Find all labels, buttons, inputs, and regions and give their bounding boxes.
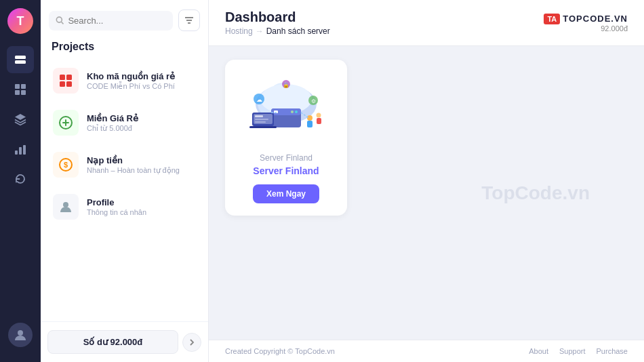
svg-line-11 bbox=[61, 22, 63, 24]
svg-point-41 bbox=[317, 113, 321, 118]
search-icon bbox=[56, 16, 64, 25]
logo-text: TOPCODE.VN bbox=[563, 14, 628, 24]
svg-text:🔒: 🔒 bbox=[283, 81, 289, 88]
nav-item-grid[interactable] bbox=[7, 76, 34, 103]
logo-badge: TA bbox=[544, 14, 560, 24]
sidebar-item-kho-ma-text: Kho mã nguồn giá rẻ CODE Miễn Phí vs Có … bbox=[87, 71, 175, 91]
filter-button[interactable] bbox=[178, 9, 200, 31]
nav-user-avatar[interactable] bbox=[8, 323, 33, 347]
svg-rect-18 bbox=[66, 81, 72, 87]
nav-item-chart[interactable] bbox=[7, 136, 34, 163]
svg-rect-42 bbox=[317, 118, 321, 124]
topbar-left: Dashboard Hosting → Danh sách server bbox=[225, 9, 330, 36]
search-box[interactable] bbox=[49, 11, 173, 31]
chevron-right-icon bbox=[188, 338, 196, 346]
svg-point-9 bbox=[18, 330, 23, 336]
topcode-logo: TA TOPCODE.VN 92.000đ bbox=[544, 14, 628, 33]
svg-rect-5 bbox=[21, 90, 26, 95]
sidebar-item-profile-text: Profile Thông tin cá nhân bbox=[87, 197, 146, 216]
svg-text:☁: ☁ bbox=[256, 96, 262, 103]
filter-icon bbox=[184, 16, 194, 24]
topbar-balance: 92.000đ bbox=[601, 24, 628, 33]
page-title: Dashboard bbox=[225, 9, 330, 25]
svg-text:⚙: ⚙ bbox=[311, 98, 316, 104]
sidebar-item-nap-tien-text: Nạp tiền Nhanh – Hoàn toàn tự động bbox=[87, 155, 180, 175]
server-card-image: ☁ ⚙ 🔒 bbox=[239, 71, 334, 145]
sidebar: Projects Kho mã nguồn giá rẻ CODE Miễn P… bbox=[41, 0, 209, 362]
main-content: Dashboard Hosting → Danh sách server TA … bbox=[209, 0, 644, 362]
topbar-right: TA TOPCODE.VN 92.000đ bbox=[544, 14, 628, 33]
svg-rect-17 bbox=[60, 81, 65, 87]
svg-rect-6 bbox=[15, 150, 18, 155]
footer-link-purchase[interactable]: Purchase bbox=[597, 347, 628, 355]
sidebar-item-kho-ma[interactable]: Kho mã nguồn giá rẻ CODE Miễn Phí vs Có … bbox=[46, 61, 203, 100]
svg-rect-36 bbox=[255, 119, 268, 120]
breadcrumb-hosting[interactable]: Hosting bbox=[225, 26, 253, 36]
sidebar-item-nap-tien-icon: $ bbox=[53, 152, 79, 178]
svg-rect-4 bbox=[15, 90, 20, 95]
sidebar-item-nap-tien[interactable]: $ Nạp tiền Nhanh – Hoàn toàn tự động bbox=[46, 145, 203, 184]
svg-rect-8 bbox=[23, 145, 26, 155]
svg-rect-3 bbox=[21, 84, 26, 89]
balance-button[interactable]: Số dư 92.000đ bbox=[47, 330, 178, 354]
server-card-subtitle: Server Finland bbox=[260, 153, 313, 163]
svg-rect-40 bbox=[307, 121, 313, 127]
footer-copyright: Created Copyright © TopCode.vn bbox=[225, 347, 335, 355]
sidebar-item-mien-gia-re[interactable]: Miền Giá Rẻ Chỉ từ 5.000đ bbox=[46, 103, 203, 142]
xem-ngay-button[interactable]: Xem Ngay bbox=[253, 184, 319, 203]
sidebar-footer: Số dư 92.000đ bbox=[41, 321, 208, 362]
svg-rect-1 bbox=[15, 60, 26, 64]
sidebar-item-kho-ma-icon bbox=[53, 68, 79, 94]
page-footer: Created Copyright © TopCode.vn About Sup… bbox=[209, 340, 644, 362]
sidebar-list: Kho mã nguồn giá rẻ CODE Miễn Phí vs Có … bbox=[41, 61, 208, 321]
svg-rect-7 bbox=[19, 147, 22, 155]
footer-links: About Support Purchase bbox=[529, 347, 628, 355]
svg-rect-38 bbox=[249, 126, 277, 128]
topbar: Dashboard Hosting → Danh sách server TA … bbox=[209, 0, 644, 46]
sidebar-collapse-button[interactable] bbox=[182, 333, 201, 352]
search-input[interactable] bbox=[68, 16, 166, 26]
server-card-title: Server Finland bbox=[253, 165, 319, 176]
sidebar-search-area bbox=[41, 0, 208, 38]
svg-rect-15 bbox=[60, 75, 65, 80]
svg-rect-35 bbox=[255, 115, 263, 117]
footer-link-about[interactable]: About bbox=[529, 347, 548, 355]
sidebar-item-mien-gia-re-icon bbox=[53, 110, 79, 136]
nav-item-server[interactable] bbox=[7, 46, 34, 73]
svg-point-31 bbox=[295, 110, 298, 113]
breadcrumb-separator: → bbox=[256, 26, 264, 36]
svg-rect-2 bbox=[15, 84, 20, 89]
sidebar-item-mien-gia-re-text: Miền Giá Rẻ Chỉ từ 5.000đ bbox=[87, 113, 138, 133]
sidebar-item-profile-icon bbox=[53, 194, 79, 220]
sidebar-title: Projects bbox=[41, 38, 208, 61]
page-area: ☁ ⚙ 🔒 Server Finland Server Finland Xem … bbox=[209, 46, 644, 340]
svg-point-22 bbox=[63, 202, 68, 207]
nav-item-layers[interactable] bbox=[7, 106, 34, 133]
svg-rect-0 bbox=[15, 56, 26, 59]
nav-item-refresh[interactable] bbox=[7, 165, 34, 193]
cards-grid: ☁ ⚙ 🔒 Server Finland Server Finland Xem … bbox=[225, 60, 628, 216]
footer-link-support[interactable]: Support bbox=[559, 347, 586, 355]
svg-point-10 bbox=[56, 17, 62, 22]
svg-rect-37 bbox=[255, 121, 266, 123]
sidebar-item-profile[interactable]: Profile Thông tin cá nhân bbox=[46, 187, 203, 226]
breadcrumb-current: Danh sách server bbox=[266, 26, 330, 36]
svg-point-32 bbox=[291, 110, 294, 113]
nav-logo[interactable]: T bbox=[7, 8, 33, 34]
breadcrumb: Hosting → Danh sách server bbox=[225, 26, 330, 36]
icon-nav: T bbox=[0, 0, 41, 362]
svg-rect-16 bbox=[66, 75, 72, 80]
svg-text:$: $ bbox=[64, 161, 68, 169]
server-finland-card: ☁ ⚙ 🔒 Server Finland Server Finland Xem … bbox=[225, 60, 347, 216]
